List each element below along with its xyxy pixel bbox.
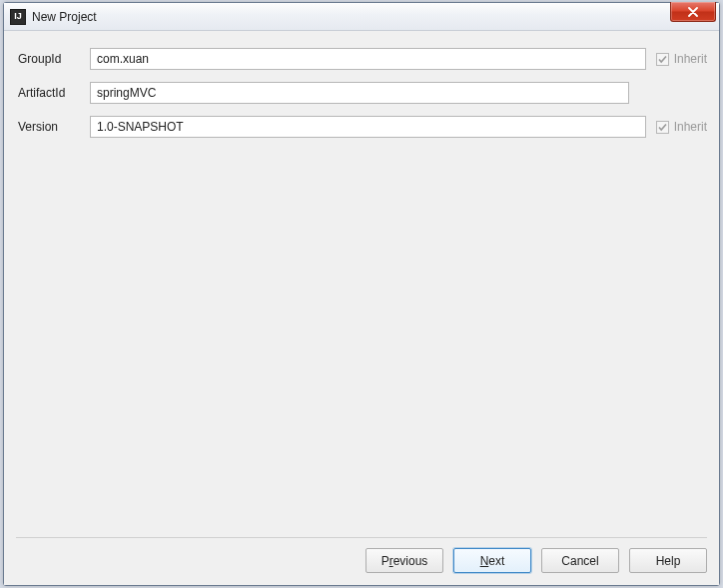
- groupid-inherit-checkbox: [656, 53, 669, 66]
- cancel-button[interactable]: Cancel: [541, 548, 619, 573]
- groupid-input[interactable]: [90, 48, 646, 70]
- close-button[interactable]: [670, 2, 716, 22]
- artifactid-row: ArtifactId: [16, 79, 707, 107]
- new-project-dialog: IJ New Project GroupId I: [3, 2, 720, 586]
- button-bar: Previous Next Cancel Help: [16, 537, 707, 575]
- version-input[interactable]: [90, 116, 646, 138]
- app-icon: IJ: [10, 9, 26, 25]
- help-button[interactable]: Help: [629, 548, 707, 573]
- close-icon: [687, 7, 699, 17]
- content-spacer: [16, 147, 707, 537]
- version-row: Version Inherit: [16, 113, 707, 141]
- groupid-row: GroupId Inherit: [16, 45, 707, 73]
- version-inherit-label: Inherit: [674, 120, 707, 134]
- version-label: Version: [16, 120, 90, 134]
- previous-button[interactable]: Previous: [365, 548, 443, 573]
- groupid-inherit-label: Inherit: [674, 52, 707, 66]
- dialog-content: GroupId Inherit ArtifactId Version: [4, 31, 719, 585]
- artifactid-label: ArtifactId: [16, 86, 90, 100]
- form: GroupId Inherit ArtifactId Version: [16, 45, 707, 147]
- groupid-inherit: Inherit: [656, 52, 707, 66]
- artifactid-input[interactable]: [90, 82, 629, 104]
- version-inherit: Inherit: [656, 120, 707, 134]
- next-button[interactable]: Next: [453, 548, 531, 573]
- groupid-label: GroupId: [16, 52, 90, 66]
- version-inherit-checkbox: [656, 121, 669, 134]
- window-title: New Project: [32, 10, 97, 24]
- check-icon: [657, 122, 668, 133]
- check-icon: [657, 54, 668, 65]
- titlebar[interactable]: IJ New Project: [4, 3, 719, 31]
